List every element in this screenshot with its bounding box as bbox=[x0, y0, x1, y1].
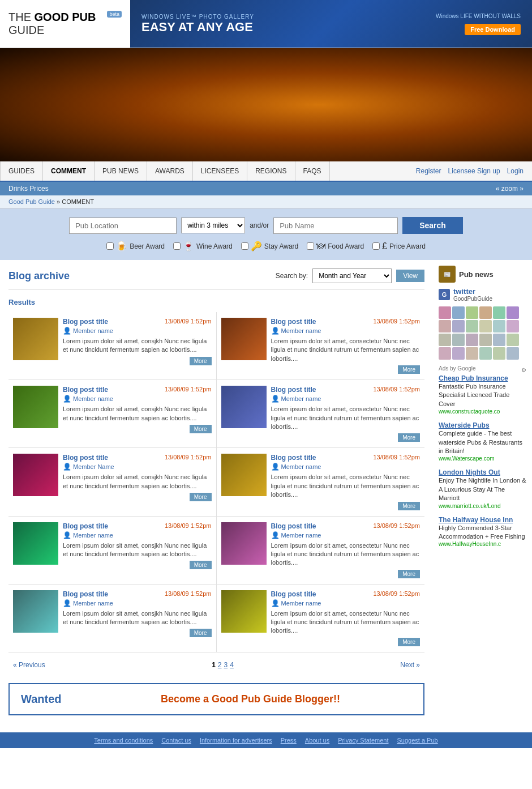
blog-posts-grid: Blog post title 13/08/09 1:52pm Member n… bbox=[8, 312, 424, 652]
more-button[interactable]: More bbox=[190, 561, 212, 569]
award-beer: 🍺 Beer Award bbox=[106, 241, 165, 251]
avatar bbox=[479, 347, 492, 360]
ad-title[interactable]: London Nights Out bbox=[439, 468, 526, 476]
post-title: Blog post title bbox=[63, 590, 108, 598]
free-download-button[interactable]: Free Download bbox=[465, 24, 521, 35]
more-button[interactable]: More bbox=[190, 493, 212, 501]
pub-name-input[interactable] bbox=[273, 217, 398, 234]
stay-award-checkbox[interactable] bbox=[241, 242, 248, 250]
nav-item-comment[interactable]: COMMENT bbox=[43, 161, 95, 181]
search-button[interactable]: Search bbox=[402, 217, 463, 234]
nav-item-pub-news[interactable]: PUB NEWS bbox=[95, 161, 147, 181]
twitter-section: G twitter GoodPubGuide bbox=[439, 287, 526, 302]
more-button[interactable]: More bbox=[398, 570, 420, 578]
post-date: 13/08/09 1:52pm bbox=[373, 454, 420, 460]
more-button[interactable]: More bbox=[398, 638, 420, 646]
banner-right: Windows LIFE WITHOUT WALLS Free Download bbox=[436, 13, 521, 35]
avatar bbox=[479, 320, 492, 332]
banner-text: WINDOWS LIVE™ PHOTO GALLERY EASY AT ANY … bbox=[141, 14, 254, 35]
beer-award-checkbox[interactable] bbox=[106, 242, 114, 250]
ad-title[interactable]: Cheap Pub Insurance bbox=[439, 374, 526, 382]
about-link[interactable]: About us bbox=[305, 737, 329, 744]
twitter-info: twitter GoodPubGuide bbox=[453, 287, 492, 302]
more-button[interactable]: More bbox=[190, 357, 212, 365]
suggest-pub-link[interactable]: Suggest a Pub bbox=[397, 737, 437, 744]
post-thumbnail bbox=[221, 590, 267, 633]
twitter-sub: GoodPubGuide bbox=[453, 296, 492, 302]
avatar bbox=[439, 334, 451, 346]
nav-item-licensees[interactable]: LICENSEES bbox=[193, 161, 247, 181]
avatar bbox=[439, 306, 451, 319]
more-button[interactable]: More bbox=[190, 425, 212, 433]
wine-award-checkbox[interactable] bbox=[173, 242, 181, 250]
post-excerpt: Lorem ipsum dolor sit amet, consectetur … bbox=[271, 405, 421, 431]
post-content: Blog post title 13/08/09 1:52pm Member n… bbox=[271, 318, 421, 374]
post-excerpt: Lorem ipsum dolor sit amet, consjkh Nunc… bbox=[63, 609, 212, 627]
post-date: 13/08/09 1:52pm bbox=[373, 386, 420, 393]
ad-body: Enjoy The Nightlife In London & A Luxuri… bbox=[439, 476, 526, 502]
post-header: Blog post title 13/08/09 1:52pm bbox=[271, 386, 421, 394]
view-button[interactable]: View bbox=[396, 270, 424, 282]
post-header: Blog post title 13/08/09 1:52pm bbox=[63, 318, 212, 326]
more-button[interactable]: More bbox=[190, 629, 212, 637]
post-title: Blog post title bbox=[63, 318, 108, 326]
search-area: within 3 miles within 5 miles within 10 … bbox=[0, 208, 532, 260]
more-button[interactable]: More bbox=[398, 502, 420, 510]
nav-item-awards[interactable]: AWARDS bbox=[147, 161, 193, 181]
post-author: Member name bbox=[63, 531, 212, 539]
more-button[interactable]: More bbox=[398, 433, 420, 442]
blog-post: Blog post title 13/08/09 1:52pm Member N… bbox=[8, 448, 217, 516]
post-date: 13/08/09 1:52pm bbox=[373, 590, 420, 597]
zoom-link[interactable]: « zoom » bbox=[496, 185, 524, 193]
logo-text: THE GOOD PUB GUIDE bbox=[8, 11, 105, 37]
prev-link[interactable]: « Previous bbox=[13, 661, 45, 669]
avatar bbox=[452, 334, 465, 346]
post-excerpt: Lorem ipsum dolor sit amet, consectetur … bbox=[271, 473, 421, 499]
nav-item-regions[interactable]: REGIONS bbox=[247, 161, 295, 181]
award-stay: 🔑 Stay Award bbox=[241, 241, 298, 251]
blog-post: Blog post title 13/08/09 1:52pm Member n… bbox=[217, 380, 425, 448]
press-link[interactable]: Press bbox=[281, 737, 297, 744]
post-title: Blog post title bbox=[271, 386, 316, 394]
login-link[interactable]: Login bbox=[507, 167, 524, 175]
more-button[interactable]: More bbox=[398, 365, 420, 374]
licensee-signup-link[interactable]: Licensee Sign up bbox=[448, 167, 500, 175]
post-thumbnail bbox=[13, 318, 58, 360]
post-header: Blog post title 13/08/09 1:52pm bbox=[63, 454, 212, 462]
post-header: Blog post title 13/08/09 1:52pm bbox=[63, 386, 212, 394]
breadcrumb: Good Pub Guide » COMMENT bbox=[0, 195, 532, 208]
post-header: Blog post title 13/08/09 1:52pm bbox=[63, 522, 212, 530]
page-2[interactable]: 2 bbox=[218, 661, 222, 669]
pub-news-icon: 📰 bbox=[439, 266, 456, 283]
breadcrumb-home[interactable]: Good Pub Guide bbox=[8, 198, 55, 205]
food-award-label: Food Award bbox=[328, 242, 364, 250]
ads-settings-icon[interactable]: ⚙ bbox=[521, 367, 526, 373]
ad-body: Fantastic Pub Insurance Specialist Licen… bbox=[439, 382, 526, 408]
advertisers-link[interactable]: Information for advertisers bbox=[200, 737, 272, 744]
price-award-checkbox[interactable] bbox=[372, 242, 380, 250]
nav-item-guides[interactable]: GUIDES bbox=[0, 161, 43, 181]
next-link[interactable]: Next » bbox=[400, 661, 420, 669]
terms-link[interactable]: Terms and conditions bbox=[94, 737, 153, 744]
month-year-select[interactable]: Month and Year bbox=[312, 268, 392, 283]
register-link[interactable]: Register bbox=[416, 167, 441, 175]
wine-award-label: Wine Award bbox=[196, 242, 233, 250]
within-miles-select[interactable]: within 3 miles within 5 miles within 10 … bbox=[181, 217, 245, 233]
ad-title[interactable]: The Halfway House Inn bbox=[439, 516, 526, 524]
page-3[interactable]: 3 bbox=[224, 661, 228, 669]
page-4[interactable]: 4 bbox=[230, 661, 234, 669]
avatar bbox=[493, 320, 505, 332]
contact-link[interactable]: Contact us bbox=[161, 737, 191, 744]
ad-title[interactable]: Waterside Pubs bbox=[439, 421, 526, 429]
privacy-link[interactable]: Privacy Statement bbox=[338, 737, 388, 744]
price-award-label: Price Award bbox=[389, 242, 426, 250]
blog-post: Blog post title 13/08/09 1:52pm Member n… bbox=[217, 517, 425, 585]
food-award-checkbox[interactable] bbox=[307, 242, 314, 250]
post-author: Member name bbox=[271, 531, 421, 539]
pub-location-input[interactable] bbox=[69, 217, 177, 234]
page-1[interactable]: 1 bbox=[212, 661, 216, 669]
nav-item-faqs[interactable]: FAQS bbox=[295, 161, 330, 181]
blog-post: Blog post title 13/08/09 1:52pm Member n… bbox=[217, 448, 425, 516]
blog-archive-header: Blog archive Search by: Month and Year V… bbox=[8, 268, 424, 289]
award-price: £ Price Award bbox=[372, 241, 426, 251]
